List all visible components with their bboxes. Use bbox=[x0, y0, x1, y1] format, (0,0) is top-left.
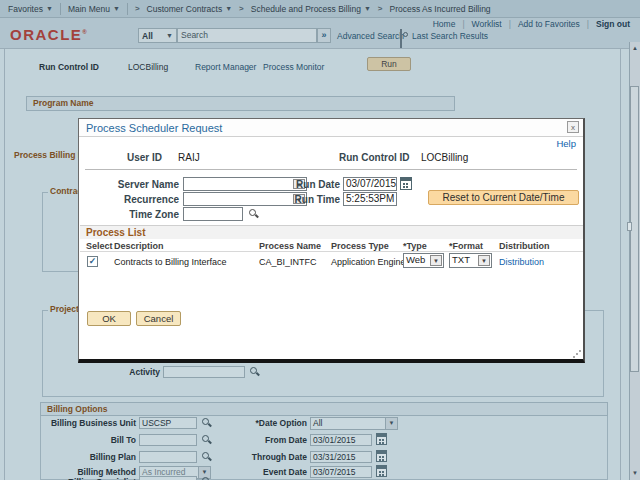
through-date-calendar-icon[interactable] bbox=[376, 450, 387, 462]
run-time-input[interactable]: 5:25:53PM bbox=[343, 192, 397, 206]
scrollbar-up-arrow-icon[interactable]: ▲ bbox=[631, 44, 639, 52]
process-monitor-link[interactable]: Process Monitor bbox=[263, 62, 324, 72]
activity-lookup-icon[interactable] bbox=[249, 366, 260, 377]
chevron-down-icon: ▼ bbox=[46, 5, 53, 12]
through-date-input[interactable]: 03/31/2015 bbox=[310, 451, 372, 463]
add-to-favorites-link[interactable]: Add to Favorites bbox=[518, 19, 580, 29]
recurrence-value bbox=[184, 193, 292, 205]
close-icon[interactable]: x bbox=[567, 121, 579, 133]
chevron-down-icon: ▼ bbox=[225, 5, 232, 12]
breadcrumb-label: Favorites bbox=[8, 4, 43, 14]
last-search-results-link[interactable]: Last Search Results bbox=[412, 31, 488, 41]
process-scheduler-request-dialog: Process Scheduler Request x Help User ID… bbox=[78, 118, 585, 363]
breadcrumb-label: Main Menu bbox=[68, 4, 110, 14]
sign-out-link[interactable]: Sign out bbox=[596, 19, 630, 29]
billing-method-label: Billing Method bbox=[40, 467, 136, 477]
type-value: Web bbox=[404, 254, 429, 267]
billing-business-unit-label: Billing Business Unit bbox=[40, 418, 136, 428]
through-date-label: Through Date bbox=[215, 452, 307, 462]
scrollbar-grip[interactable] bbox=[627, 222, 632, 231]
distribution-link[interactable]: Distribution bbox=[499, 257, 544, 267]
process-type: Application Engine bbox=[331, 257, 406, 267]
utility-separator: | bbox=[462, 19, 464, 29]
cancel-button[interactable]: Cancel bbox=[136, 311, 181, 326]
process-list-header-bar: Process List bbox=[80, 225, 583, 239]
home-link[interactable]: Home bbox=[433, 19, 456, 29]
time-zone-input[interactable] bbox=[183, 207, 243, 221]
col-process-type: Process Type bbox=[331, 241, 389, 251]
reset-current-datetime-button[interactable]: Reset to Current Date/Time bbox=[428, 190, 579, 205]
billing-plan-lookup-icon[interactable] bbox=[201, 451, 212, 462]
breadcrumb: Favorites ▼ Main Menu ▼ > Customer Contr… bbox=[0, 0, 640, 18]
resize-handle-icon[interactable] bbox=[573, 350, 581, 358]
run-control-id-label: Run Control ID bbox=[39, 62, 99, 72]
chevron-down-icon: ▼ bbox=[478, 255, 490, 266]
billing-business-unit-input[interactable]: USCSP bbox=[139, 417, 197, 429]
run-date-input[interactable]: 03/07/2015 bbox=[343, 177, 397, 191]
page-right-border bbox=[620, 48, 621, 480]
type-select[interactable]: Web ▼ bbox=[403, 253, 444, 268]
col-process-name: Process Name bbox=[259, 241, 321, 251]
breadcrumb-main-menu[interactable]: Main Menu ▼ bbox=[68, 4, 120, 14]
billing-specialist-lookup-icon[interactable] bbox=[201, 476, 212, 480]
from-date-calendar-icon[interactable] bbox=[376, 433, 387, 445]
billing-business-unit-lookup-icon[interactable] bbox=[201, 417, 212, 428]
bill-to-label: Bill To bbox=[40, 435, 136, 445]
breadcrumb-schedule-process-billing[interactable]: Schedule and Process Billing ▼ bbox=[251, 4, 371, 14]
search-input[interactable]: Search bbox=[177, 28, 317, 43]
scrollbar-down-arrow-icon[interactable]: ▼ bbox=[631, 469, 639, 477]
col-distribution: Distribution bbox=[499, 241, 550, 251]
breadcrumb-chevron-icon: > bbox=[378, 4, 383, 13]
server-name-value bbox=[184, 178, 292, 190]
col-description: Description bbox=[114, 241, 164, 251]
process-select-checkbox[interactable]: ✓ bbox=[87, 256, 98, 267]
last-search-results-icon bbox=[400, 30, 402, 48]
run-date-calendar-icon[interactable] bbox=[400, 177, 412, 190]
recurrence-label: Recurrence bbox=[83, 194, 179, 205]
event-date-input[interactable]: 03/07/2015 bbox=[310, 466, 372, 478]
breadcrumb-label: Process As Incurred Billing bbox=[389, 4, 490, 14]
chevron-down-icon: ▼ bbox=[166, 32, 173, 39]
oracle-logo: ORACLE® bbox=[10, 26, 87, 43]
event-date-calendar-icon[interactable] bbox=[376, 465, 387, 477]
process-name: CA_BI_INTFC bbox=[259, 257, 317, 267]
worklist-link[interactable]: Worklist bbox=[472, 19, 502, 29]
date-option-select[interactable]: All ▼ bbox=[310, 417, 398, 430]
from-date-input[interactable]: 03/01/2015 bbox=[310, 434, 372, 446]
chevron-down-icon: ▼ bbox=[430, 255, 442, 266]
activity-label: Activity bbox=[100, 367, 160, 377]
bill-to-input[interactable] bbox=[139, 434, 197, 446]
billing-specialist-input[interactable] bbox=[139, 476, 197, 480]
process-list-title: Process List bbox=[80, 226, 583, 238]
chevron-down-icon: ▼ bbox=[385, 418, 397, 429]
advanced-search-link[interactable]: Advanced Search bbox=[337, 31, 404, 41]
billing-plan-label: Billing Plan bbox=[40, 452, 136, 462]
search-scope-select[interactable]: All ▼ bbox=[138, 28, 177, 43]
separator-line bbox=[85, 169, 577, 170]
utility-separator: | bbox=[587, 19, 589, 29]
server-name-label: Server Name bbox=[83, 179, 179, 190]
search-go-button[interactable]: » bbox=[317, 28, 331, 43]
billing-plan-input[interactable] bbox=[139, 451, 197, 463]
bill-to-lookup-icon[interactable] bbox=[201, 434, 212, 445]
breadcrumb-favorites[interactable]: Favorites ▼ bbox=[8, 4, 53, 14]
format-select[interactable]: TXT ▼ bbox=[449, 253, 492, 268]
user-id-label: User ID bbox=[127, 152, 162, 163]
report-manager-link[interactable]: Report Manager bbox=[195, 62, 256, 72]
modal-run-control-id-value: LOCBilling bbox=[421, 152, 468, 163]
time-zone-lookup-icon[interactable] bbox=[248, 208, 259, 219]
ok-button[interactable]: OK bbox=[87, 311, 131, 326]
activity-input[interactable] bbox=[163, 366, 245, 378]
user-id-value: RAIJ bbox=[178, 152, 200, 163]
date-option-value: All bbox=[311, 418, 385, 429]
process-description: Contracts to Billing Interface bbox=[114, 257, 227, 267]
from-date-label: From Date bbox=[215, 435, 307, 445]
col-format: *Format bbox=[449, 241, 483, 251]
event-date-label: Event Date bbox=[215, 467, 307, 477]
breadcrumb-customer-contracts[interactable]: Customer Contracts ▼ bbox=[147, 4, 233, 14]
help-link[interactable]: Help bbox=[556, 138, 576, 149]
table-header-rule bbox=[80, 251, 583, 252]
time-zone-label: Time Zone bbox=[83, 209, 179, 220]
format-value: TXT bbox=[450, 254, 477, 267]
run-button[interactable]: Run bbox=[367, 57, 411, 71]
